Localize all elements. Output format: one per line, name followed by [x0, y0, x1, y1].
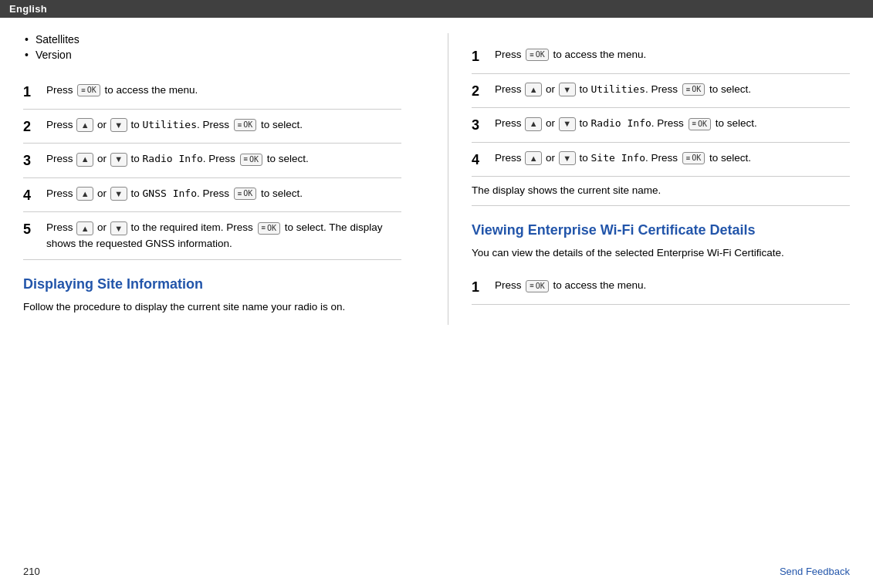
page-number: 210 [23, 566, 40, 577]
ok-button-icon: OK [682, 83, 705, 96]
bullet-version: Version [36, 49, 401, 61]
step-number: 1 [23, 83, 37, 101]
step-number: 2 [23, 117, 37, 136]
header-bar: English [0, 0, 873, 18]
right-section-intro: You can view the details of the selected… [472, 245, 850, 261]
left-column: Satellites Version 1Press OK to access t… [23, 33, 417, 325]
mono-text: Radio Info [143, 153, 203, 164]
ok-button-icon: OK [234, 119, 256, 131]
footer: 210 Send Feedback [23, 566, 850, 577]
step-number: 4 [472, 150, 486, 169]
send-feedback-link[interactable]: Send Feedback [780, 566, 850, 577]
right-section-heading: Viewing Enterprise Wi-Fi Certificate Det… [472, 221, 850, 239]
step-content: Press OK to access the menu. [495, 278, 850, 293]
step-row: 3Press ▲ or ▼ to Radio Info. Press OK to… [23, 144, 401, 178]
step-row: 1Press OK to access the menu. [23, 75, 401, 110]
step-content: Press ▲ or ▼ to the required item. Press… [46, 220, 401, 252]
display-note: The display shows the current site name. [472, 177, 850, 205]
down-arrow-icon: ▼ [110, 221, 127, 235]
down-arrow-icon: ▼ [559, 117, 576, 131]
ok-button-icon: OK [689, 118, 711, 130]
ok-button-icon: OK [682, 152, 705, 164]
step-number: 4 [23, 186, 37, 204]
right-column: 1Press OK to access the menu.2Press ▲ or… [448, 33, 850, 325]
left-section-intro: Follow the procedure to display the curr… [23, 299, 401, 315]
step-row: 2Press ▲ or ▼ to Utilities. Press OK to … [23, 110, 401, 144]
step-row: 4Press ▲ or ▼ to GNSS Info. Press OK to … [23, 178, 401, 213]
right-steps-top-container: 1Press OK to access the menu.2Press ▲ or… [472, 39, 850, 177]
main-content: Satellites Version 1Press OK to access t… [0, 18, 873, 356]
step-content: Press ▲ or ▼ to Radio Info. Press OK to … [46, 151, 401, 167]
step-content: Press ▲ or ▼ to Utilities. Press OK to s… [46, 117, 401, 133]
step-row: 2Press ▲ or ▼ to Utilities. Press OK to … [472, 74, 850, 109]
step-content: Press ▲ or ▼ to Utilities. Press OK to s… [495, 82, 850, 97]
right-steps-bottom-container: 1Press OK to access the menu. [472, 270, 850, 305]
step-row: 5Press ▲ or ▼ to the required item. Pres… [23, 212, 401, 260]
up-arrow-icon: ▲ [76, 221, 93, 235]
mono-text: Utilities [143, 119, 197, 130]
up-arrow-icon: ▲ [525, 151, 542, 165]
up-arrow-icon: ▲ [525, 117, 542, 131]
mono-text: Site Info [591, 152, 645, 164]
ok-button-icon: OK [258, 222, 280, 235]
ok-button-icon: OK [526, 280, 548, 292]
down-arrow-icon: ▼ [559, 151, 576, 165]
down-arrow-icon: ▼ [110, 118, 127, 132]
step-number: 1 [472, 278, 486, 296]
mono-text: Radio Info [591, 117, 651, 129]
step-content: Press ▲ or ▼ to Radio Info. Press OK to … [495, 116, 850, 131]
ok-button-icon: OK [526, 49, 548, 61]
mono-text: GNSS Info [143, 188, 197, 199]
down-arrow-icon: ▼ [110, 153, 127, 167]
step-row: 4Press ▲ or ▼ to Site Info. Press OK to … [472, 143, 850, 177]
up-arrow-icon: ▲ [76, 187, 93, 201]
mono-text: Utilities [591, 83, 645, 95]
ok-button-icon: OK [234, 188, 256, 200]
down-arrow-icon: ▼ [110, 187, 127, 201]
up-arrow-icon: ▲ [76, 153, 93, 167]
step-row: 1Press OK to access the menu. [472, 270, 850, 305]
step-number: 3 [472, 116, 486, 134]
step-number: 3 [23, 151, 37, 170]
up-arrow-icon: ▲ [525, 83, 542, 96]
step-number: 1 [472, 47, 486, 66]
step-content: Press OK to access the menu. [46, 83, 401, 98]
left-section-heading: Displaying Site Information [23, 275, 401, 293]
step-content: Press ▲ or ▼ to Site Info. Press OK to s… [495, 150, 850, 166]
step-content: Press OK to access the menu. [495, 47, 850, 63]
header-label: English [9, 3, 47, 15]
step-row: 3Press ▲ or ▼ to Radio Info. Press OK to… [472, 108, 850, 143]
bullet-satellites: Satellites [36, 33, 401, 46]
down-arrow-icon: ▼ [559, 83, 576, 96]
ok-button-icon: OK [240, 154, 262, 166]
step-row: 1Press OK to access the menu. [472, 39, 850, 74]
step-number: 2 [472, 82, 486, 100]
ok-button-icon: OK [77, 84, 100, 96]
step-content: Press ▲ or ▼ to GNSS Info. Press OK to s… [46, 186, 401, 201]
up-arrow-icon: ▲ [76, 118, 93, 132]
step-number: 5 [23, 220, 37, 238]
bullet-list: Satellites Version [36, 33, 401, 61]
left-steps-container: 1Press OK to access the menu.2Press ▲ or… [23, 75, 401, 260]
